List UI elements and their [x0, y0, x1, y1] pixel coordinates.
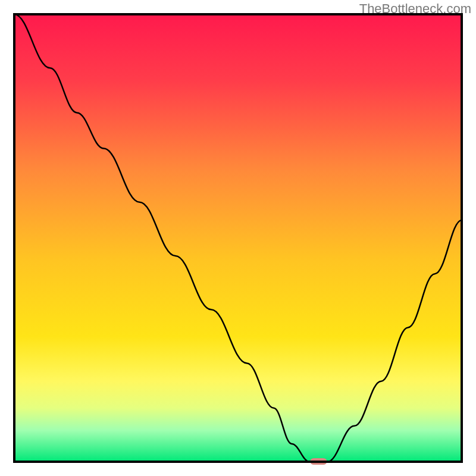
bottleneck-chart — [0, 0, 476, 476]
watermark-label: TheBottleneck.com — [359, 1, 471, 17]
plot-background — [14, 14, 462, 462]
